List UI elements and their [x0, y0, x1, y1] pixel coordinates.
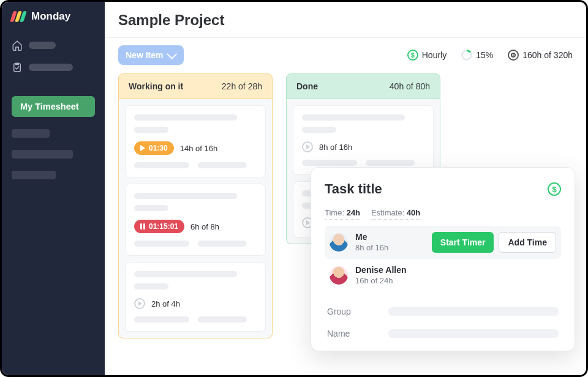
column-body: 01:30 14h of 16h 01:15:01 — [118, 99, 273, 338]
meta-placeholder — [198, 162, 247, 168]
task-hours: 8h of 16h — [319, 143, 352, 152]
title-placeholder — [134, 114, 237, 121]
target-icon — [508, 50, 519, 61]
meta-placeholder — [134, 316, 189, 323]
nav-item-placeholder[interactable] — [12, 129, 50, 138]
stat-hours[interactable]: 160h of 320h — [508, 50, 573, 61]
field-name[interactable]: Name — [325, 323, 561, 345]
brand-name: Monday — [31, 10, 70, 23]
meta-placeholder — [198, 316, 247, 323]
assignee-row-me[interactable]: Me 8h of 16h Start Timer Add Time — [325, 226, 561, 259]
column-header[interactable]: Done 40h of 80h — [286, 73, 440, 99]
dollar-icon: $ — [407, 50, 418, 61]
brand-logo-icon — [12, 11, 26, 22]
field-group[interactable]: Group — [325, 300, 561, 323]
nav-tasks[interactable] — [12, 62, 95, 73]
stat-billing[interactable]: $ Hourly — [407, 50, 447, 61]
meta-placeholder — [366, 160, 415, 166]
field-input-placeholder[interactable] — [388, 329, 559, 338]
title-placeholder — [302, 114, 405, 121]
progress-ring-icon — [461, 50, 472, 61]
subtitle-placeholder — [134, 127, 168, 133]
task-estimate[interactable]: Estimate: 40h — [371, 208, 420, 220]
toolbar: New Item $ Hourly 15% 160h of 320h — [105, 38, 586, 73]
clipboard-check-icon — [12, 62, 23, 73]
home-icon — [12, 40, 23, 51]
new-item-label: New Item — [126, 50, 163, 60]
timer-value: 01:15:01 — [149, 222, 178, 231]
task-hours: 14h of 16h — [180, 144, 217, 153]
timer-pill-paused[interactable]: 01:15:01 — [134, 220, 184, 233]
title-placeholder — [134, 193, 237, 199]
assignee-name: Denise Allen — [355, 265, 407, 276]
nav-item-placeholder[interactable] — [12, 171, 56, 179]
add-time-button[interactable]: Add Time — [499, 232, 556, 253]
stat-percent-label: 15% — [476, 50, 493, 60]
task-detail-panel: Task title $ Time: 24h Estimate: 40h Me … — [311, 167, 575, 351]
subtitle-placeholder — [134, 283, 168, 289]
meta-placeholder — [302, 160, 357, 166]
stat-hours-label: 160h of 320h — [522, 50, 573, 60]
avatar — [330, 266, 348, 285]
start-timer-button[interactable]: Start Timer — [432, 232, 494, 253]
nav-home[interactable] — [12, 40, 95, 51]
play-idle-icon[interactable] — [302, 141, 313, 152]
task-card[interactable]: 01:15:01 6h of 8h — [125, 184, 266, 256]
play-icon — [140, 145, 145, 151]
assignee-hours: 8h of 16h — [355, 243, 388, 253]
assignee-name: Me — [355, 232, 388, 243]
task-hours: 6h of 8h — [190, 222, 219, 231]
timer-pill-running[interactable]: 01:30 — [134, 141, 174, 155]
subtitle-placeholder — [134, 205, 168, 211]
task-card[interactable]: 01:30 14h of 16h — [125, 105, 266, 177]
meta-placeholder — [134, 162, 189, 168]
column-title: Done — [296, 81, 318, 91]
avatar — [330, 233, 348, 252]
column-summary: 22h of 28h — [222, 81, 262, 91]
pause-icon — [140, 223, 145, 230]
brand: Monday — [12, 10, 95, 23]
app-frame: Monday My Timesheet Sample Project New I… — [0, 0, 588, 377]
chevron-down-icon — [167, 49, 178, 59]
my-timesheet-button[interactable]: My Timesheet — [12, 96, 95, 117]
task-hours: 2h of 4h — [151, 299, 180, 308]
project-title: Sample Project — [118, 12, 573, 29]
column-summary: 40h of 80h — [390, 81, 430, 91]
column-header[interactable]: Working on it 22h of 28h — [118, 73, 273, 99]
task-meta: Time: 24h Estimate: 40h — [325, 208, 561, 220]
task-time[interactable]: Time: 24h — [325, 208, 360, 220]
assignee-hours: 16h of 24h — [355, 276, 407, 286]
play-idle-icon[interactable] — [134, 298, 145, 309]
stat-hourly-label: Hourly — [422, 50, 447, 60]
task-title[interactable]: Task title — [325, 181, 382, 197]
timer-value: 01:30 — [149, 144, 168, 152]
title-placeholder — [134, 271, 237, 277]
field-label: Name — [327, 329, 376, 338]
assignee-row[interactable]: Denise Allen 16h of 24h — [325, 259, 561, 292]
titlebar: Sample Project — [105, 2, 586, 38]
meta-placeholder — [134, 241, 189, 247]
column-working: Working on it 22h of 28h 01:30 14h of 16… — [118, 73, 273, 338]
field-label: Group — [327, 307, 376, 316]
nav-placeholder — [29, 42, 56, 49]
column-title: Working on it — [129, 81, 183, 91]
field-input-placeholder[interactable] — [388, 307, 559, 316]
meta-placeholder — [198, 241, 247, 247]
stat-progress[interactable]: 15% — [461, 50, 493, 61]
subtitle-placeholder — [302, 127, 336, 133]
task-card[interactable]: 8h of 16h — [293, 105, 434, 175]
nav-item-placeholder[interactable] — [12, 150, 73, 159]
dollar-icon[interactable]: $ — [548, 182, 561, 196]
new-item-button[interactable]: New Item — [118, 45, 184, 65]
task-card[interactable]: 2h of 4h — [125, 262, 266, 332]
sidebar: Monday My Timesheet — [2, 2, 105, 375]
nav-placeholder — [29, 64, 73, 71]
